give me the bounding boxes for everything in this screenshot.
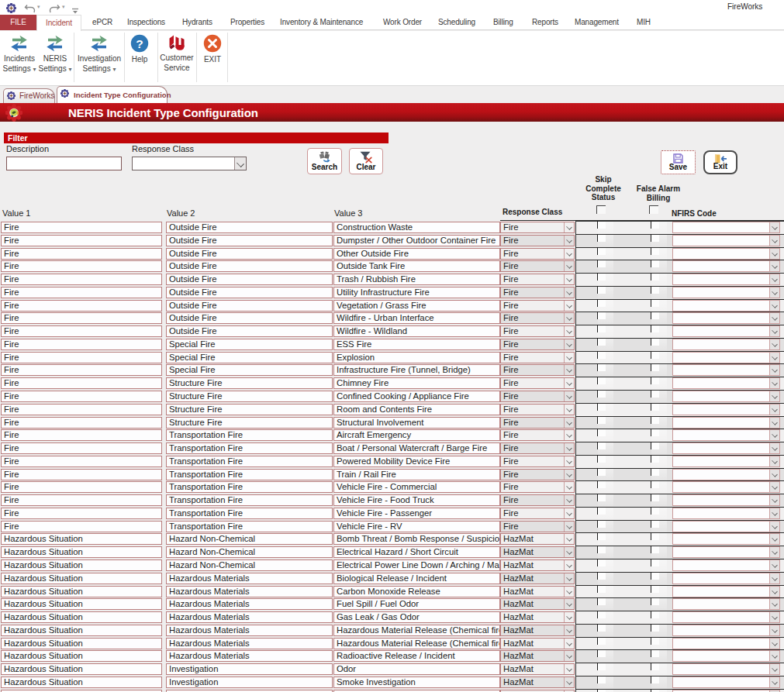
svg-text:?: ? <box>136 37 143 50</box>
